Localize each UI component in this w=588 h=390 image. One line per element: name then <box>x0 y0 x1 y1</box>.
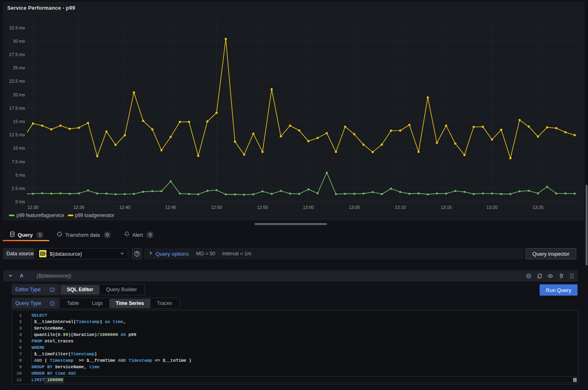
svg-text:13:25: 13:25 <box>532 205 544 210</box>
svg-text:27.5 ms: 27.5 ms <box>9 52 25 57</box>
svg-text:17.5 ms: 17.5 ms <box>9 106 25 111</box>
svg-text:2.5 ms: 2.5 ms <box>12 186 25 191</box>
svg-text:p99 loadgenerator: p99 loadgenerator <box>75 213 114 218</box>
svg-text:5 ms: 5 ms <box>15 173 25 177</box>
svg-text:12:40: 12:40 <box>119 205 131 210</box>
svg-text:0 ms: 0 ms <box>15 199 25 204</box>
svg-text:13:20: 13:20 <box>486 205 498 210</box>
svg-text:12:55: 12:55 <box>257 205 268 210</box>
svg-text:10 ms: 10 ms <box>13 146 25 150</box>
svg-text:13:10: 13:10 <box>395 205 406 210</box>
svg-text:12:45: 12:45 <box>165 205 176 210</box>
svg-text:22.5 ms: 22.5 ms <box>9 79 25 83</box>
svg-text:30 ms: 30 ms <box>13 39 25 44</box>
svg-text:12:35: 12:35 <box>73 205 85 210</box>
svg-text:32.5 ms: 32.5 ms <box>9 25 25 30</box>
svg-text:15 ms: 15 ms <box>13 119 25 124</box>
svg-text:p99 featureflagservice: p99 featureflagservice <box>17 213 64 218</box>
svg-text:25 ms: 25 ms <box>13 65 25 70</box>
svg-text:12.5 ms: 12.5 ms <box>9 132 25 137</box>
svg-text:12:50: 12:50 <box>211 205 222 210</box>
svg-text:13:00: 13:00 <box>303 205 314 210</box>
svg-text:7.5 ms: 7.5 ms <box>12 159 25 164</box>
svg-text:13:15: 13:15 <box>440 205 452 210</box>
svg-text:20 ms: 20 ms <box>13 92 25 97</box>
svg-text:13:05: 13:05 <box>349 205 360 210</box>
svg-text:12:30: 12:30 <box>27 205 39 210</box>
